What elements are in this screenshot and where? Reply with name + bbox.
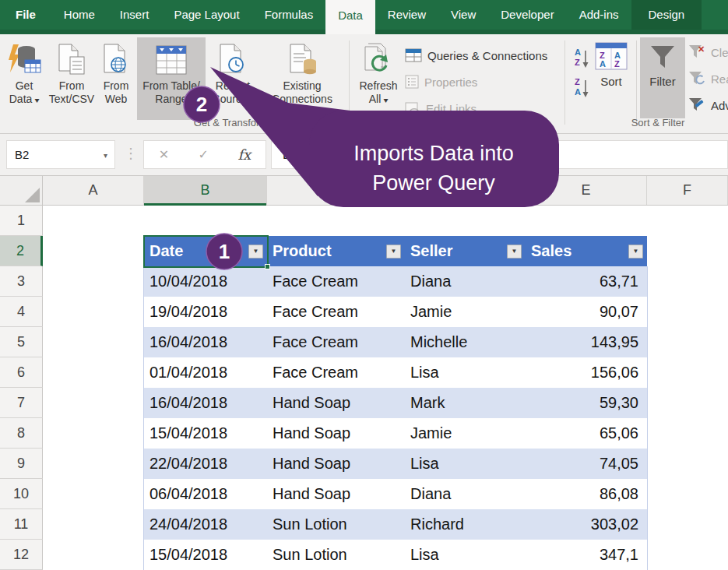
row-header-4[interactable]: 4 bbox=[0, 297, 43, 327]
table-cell[interactable]: 90,07 bbox=[526, 297, 647, 327]
filter-dropdown-icon[interactable]: ▼ bbox=[628, 245, 643, 259]
cancel-icon[interactable]: ✕ bbox=[159, 147, 169, 162]
tab-file[interactable]: File bbox=[0, 0, 51, 30]
table-cell[interactable]: Jamie bbox=[405, 418, 526, 449]
row-header-8[interactable]: 8 bbox=[0, 418, 43, 449]
row-header-5[interactable]: 5 bbox=[0, 327, 43, 357]
row-header-9[interactable]: 9 bbox=[0, 449, 43, 479]
filter-dropdown-icon[interactable]: ▼ bbox=[507, 245, 522, 259]
table-cell[interactable]: 19/04/2018 bbox=[144, 297, 267, 327]
sort-ascending-button[interactable]: A Z bbox=[569, 46, 593, 71]
tab-review[interactable]: Review bbox=[375, 0, 438, 30]
column-header-e[interactable]: E bbox=[526, 176, 647, 205]
formula-input[interactable]: D bbox=[271, 140, 728, 169]
table-cell[interactable]: Hand Soap bbox=[267, 479, 405, 509]
table-header-product[interactable]: Product▼ bbox=[267, 236, 405, 266]
table-cell[interactable]: 74,05 bbox=[526, 449, 647, 479]
table-cell[interactable]: Diana bbox=[405, 479, 526, 509]
table-header-date[interactable]: Date▼ bbox=[144, 236, 267, 266]
table-cell[interactable]: Face Cream bbox=[267, 327, 405, 357]
table-cell[interactable]: 22/04/2018 bbox=[144, 449, 267, 479]
table-cell[interactable]: 143,95 bbox=[526, 327, 647, 357]
row-header-2[interactable]: 2 bbox=[0, 236, 43, 266]
tab-add-ins[interactable]: Add-ins bbox=[567, 0, 631, 30]
table-cell[interactable]: 15/04/2018 bbox=[144, 418, 267, 449]
row-header-6[interactable]: 6 bbox=[0, 357, 43, 388]
table-cell[interactable]: 59,30 bbox=[526, 388, 647, 418]
table-cell[interactable]: Sun Lotion bbox=[267, 509, 405, 540]
column-header-f[interactable]: F bbox=[647, 176, 728, 205]
table-cell[interactable]: 24/04/2018 bbox=[144, 509, 267, 540]
enter-icon[interactable]: ✓ bbox=[199, 147, 209, 162]
table-cell[interactable]: 16/04/2018 bbox=[144, 327, 267, 357]
from-table-range-button[interactable]: From Table/ Range bbox=[137, 37, 206, 120]
clear-filter-button[interactable]: ✕ Clear bbox=[688, 42, 728, 62]
table-cell[interactable]: 16/04/2018 bbox=[144, 388, 267, 418]
table-cell[interactable]: 86,08 bbox=[526, 479, 647, 509]
table-cell[interactable]: 15/04/2018 bbox=[144, 540, 267, 570]
select-all-corner[interactable] bbox=[0, 176, 43, 205]
advanced-filter-button[interactable]: Advanced bbox=[688, 95, 728, 115]
table-cell[interactable]: Hand Soap bbox=[267, 388, 405, 418]
table-cell[interactable]: Hand Soap bbox=[267, 418, 405, 449]
refresh-all-button[interactable]: Refresh All ▾ bbox=[353, 37, 403, 120]
tab-formulas[interactable]: Formulas bbox=[252, 0, 326, 30]
table-cell[interactable]: 06/04/2018 bbox=[144, 479, 267, 509]
table-cell[interactable]: Lisa bbox=[405, 357, 526, 388]
column-header-c[interactable]: C bbox=[267, 176, 405, 205]
table-cell[interactable]: Mark bbox=[405, 388, 526, 418]
recent-sources-button[interactable]: Recent Sources bbox=[207, 37, 258, 120]
insert-function-icon[interactable]: fx bbox=[237, 146, 251, 163]
table-cell[interactable]: Michelle bbox=[405, 327, 526, 357]
tab-design[interactable]: Design bbox=[631, 0, 702, 30]
table-cell[interactable]: 01/04/2018 bbox=[144, 357, 267, 388]
existing-connections-button[interactable]: Existing Connections bbox=[262, 37, 343, 120]
table-cell[interactable]: 65,06 bbox=[526, 418, 647, 449]
edit-links-button[interactable]: Edit Links bbox=[405, 98, 547, 118]
table-cell[interactable]: 303,02 bbox=[526, 509, 647, 540]
from-text-csv-button[interactable]: From Text/CSV bbox=[48, 37, 95, 120]
sort-button[interactable]: Z A A Z Sort bbox=[592, 42, 631, 88]
tab-page-layout[interactable]: Page Layout bbox=[161, 0, 251, 30]
reapply-filter-button[interactable]: Reapply bbox=[688, 69, 728, 89]
queries-connections-button[interactable]: Queries & Connections bbox=[405, 45, 547, 65]
column-header-d[interactable]: D bbox=[405, 176, 526, 205]
filter-button[interactable]: Filter bbox=[640, 37, 685, 118]
tab-data[interactable]: Data bbox=[325, 0, 375, 34]
column-header-a[interactable]: A bbox=[43, 176, 144, 205]
tab-developer[interactable]: Developer bbox=[488, 0, 566, 30]
table-cell[interactable]: Hand Soap bbox=[267, 449, 405, 479]
row-header-7[interactable]: 7 bbox=[0, 388, 43, 418]
name-box[interactable]: B2 ▾ bbox=[6, 140, 115, 169]
row-header-12[interactable]: 12 bbox=[0, 540, 43, 570]
filter-dropdown-icon[interactable]: ▼ bbox=[248, 245, 263, 259]
table-cell[interactable]: Diana bbox=[405, 266, 526, 297]
table-cell[interactable]: 10/04/2018 bbox=[144, 266, 267, 297]
tab-insert[interactable]: Insert bbox=[107, 0, 162, 30]
properties-button[interactable]: Properties bbox=[405, 72, 547, 92]
table-cell[interactable]: Face Cream bbox=[267, 357, 405, 388]
table-cell[interactable]: Face Cream bbox=[267, 297, 405, 327]
row-header-11[interactable]: 11 bbox=[0, 509, 43, 540]
tab-view[interactable]: View bbox=[438, 0, 488, 30]
table-header-sales[interactable]: Sales▼ bbox=[526, 236, 647, 266]
table-cell[interactable]: Face Cream bbox=[267, 266, 405, 297]
name-box-caret-icon[interactable]: ▾ bbox=[104, 141, 107, 170]
row-header-1[interactable]: 1 bbox=[0, 206, 43, 236]
table-cell[interactable]: Sun Lotion bbox=[267, 540, 405, 570]
row-header-3[interactable]: 3 bbox=[0, 266, 43, 297]
row-header-10[interactable]: 10 bbox=[0, 479, 43, 509]
table-cell[interactable]: Lisa bbox=[405, 540, 526, 570]
table-cell[interactable]: 156,06 bbox=[526, 357, 647, 388]
table-cell[interactable]: Richard bbox=[405, 509, 526, 540]
get-data-button[interactable]: Get Data ▾ bbox=[2, 37, 47, 120]
table-cell[interactable]: 347,1 bbox=[526, 540, 647, 570]
sort-descending-button[interactable]: Z A bbox=[569, 76, 593, 100]
table-header-seller[interactable]: Seller▼ bbox=[405, 236, 526, 266]
tab-home[interactable]: Home bbox=[51, 0, 107, 30]
table-cell[interactable]: Jamie bbox=[405, 297, 526, 327]
column-header-b[interactable]: B bbox=[144, 176, 267, 205]
table-cell[interactable]: Lisa bbox=[405, 449, 526, 479]
from-web-button[interactable]: From Web bbox=[97, 37, 135, 120]
table-cell[interactable]: 63,71 bbox=[526, 266, 647, 297]
